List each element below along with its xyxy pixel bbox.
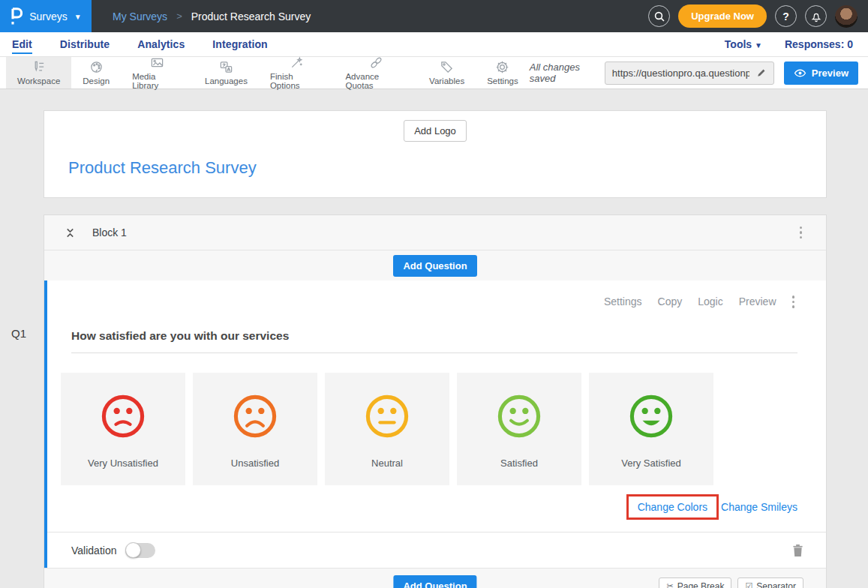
question-number-label: Q1 — [11, 327, 26, 340]
eye-icon — [794, 68, 806, 78]
top-navbar: Surveys ▼ My Surveys > Product Research … — [0, 0, 868, 32]
add-question-button-bottom[interactable]: Add Question — [393, 575, 476, 588]
page-break-button[interactable]: ✂ Page Break — [659, 578, 731, 588]
tool-workspace[interactable]: Workspace — [6, 57, 71, 88]
chevron-down-icon: ▼ — [755, 41, 762, 50]
change-colors-link[interactable]: Change Colors — [638, 501, 707, 513]
tool-design[interactable]: Design — [71, 57, 121, 88]
option-satisfied[interactable]: Satisfied — [457, 373, 581, 485]
tool-settings[interactable]: Settings — [476, 57, 530, 88]
survey-title[interactable]: Product Research Survey — [68, 158, 826, 178]
question-preview-link[interactable]: Preview — [739, 296, 776, 308]
question-text-underline — [71, 352, 797, 353]
nav-right: Tools ▼ Responses: 0 — [725, 38, 856, 50]
validation-row: Validation — [47, 532, 826, 568]
question-actions: Settings Copy Logic Preview — [61, 292, 797, 311]
change-smileys-link[interactable]: Change Smileys — [721, 501, 797, 513]
nav-tabs: Edit Distribute Analytics Integration — [12, 38, 268, 50]
breadcrumb: My Surveys > Product Research Survey — [113, 10, 311, 22]
upgrade-now-button[interactable]: Upgrade Now — [678, 4, 767, 28]
block-menu-button[interactable] — [797, 224, 806, 242]
survey-header-card: Add Logo Product Research Survey — [44, 110, 827, 198]
tools-dropdown[interactable]: Tools ▼ — [725, 38, 762, 50]
questionpro-logo-icon — [10, 8, 23, 26]
trash-icon — [792, 544, 803, 557]
question-text[interactable]: How satisfied are you with our services — [71, 329, 797, 343]
smiley-satisfied-icon — [495, 392, 543, 440]
tool-finish-options[interactable]: Finish Options — [259, 57, 335, 88]
tab-distribute[interactable]: Distribute — [60, 38, 110, 50]
validation-label: Validation — [71, 544, 116, 556]
topbar-actions: Upgrade Now ? — [648, 4, 868, 28]
question-wrapper: Q1 Settings Copy Logic Preview How satis… — [44, 280, 826, 568]
breadcrumb-current-survey: Product Research Survey — [191, 10, 311, 22]
smiley-very-unsatisfied-icon — [99, 392, 147, 440]
toolbar-right: All changes saved https://questionpro.qa… — [530, 57, 868, 88]
gear-icon — [495, 60, 509, 74]
smiley-very-satisfied-icon — [627, 392, 675, 440]
collapse-icon — [65, 226, 75, 239]
save-status-text: All changes saved — [530, 62, 595, 84]
tool-variables[interactable]: Variables — [418, 57, 476, 88]
image-icon — [150, 56, 164, 70]
edit-url-button[interactable] — [749, 68, 773, 78]
breadcrumb-separator: > — [176, 10, 182, 22]
workspace-icon — [32, 60, 46, 74]
notifications-button[interactable] — [805, 5, 827, 27]
add-question-button-top[interactable]: Add Question — [393, 255, 476, 277]
question-settings-link[interactable]: Settings — [604, 296, 642, 308]
tab-integration[interactable]: Integration — [212, 38, 267, 50]
validation-toggle[interactable] — [125, 543, 155, 558]
question-copy-link[interactable]: Copy — [658, 296, 683, 308]
block-title[interactable]: Block 1 — [92, 226, 127, 238]
bell-icon — [810, 10, 822, 22]
smiley-options: Very Unsatisfied Unsatisfied Neutral — [61, 373, 797, 485]
survey-url-input[interactable]: https://questionpro.qa.questionp — [605, 68, 749, 79]
tab-analytics[interactable]: Analytics — [137, 38, 185, 50]
question-logic-link[interactable]: Logic — [698, 296, 722, 308]
block-header: Block 1 — [44, 215, 826, 250]
annotation-highlight-box: Change Colors — [626, 494, 719, 520]
translate-icon — [219, 60, 233, 74]
smiley-neutral-icon — [363, 392, 411, 440]
block-card: Block 1 Add Question Q1 Settings Copy Lo… — [44, 214, 827, 588]
workspace-canvas: Add Logo Product Research Survey Block 1… — [0, 89, 868, 588]
option-neutral[interactable]: Neutral — [325, 373, 449, 485]
breadcrumb-my-surveys[interactable]: My Surveys — [113, 10, 167, 22]
wand-icon — [290, 56, 304, 70]
preview-button[interactable]: Preview — [784, 62, 858, 85]
block-footer: Add Question ✂ Page Break ☑ Separator — [44, 568, 826, 588]
tab-edit[interactable]: Edit — [12, 38, 32, 50]
section-nav: Edit Distribute Analytics Integration To… — [0, 32, 868, 57]
pencil-icon — [756, 68, 767, 78]
help-button[interactable]: ? — [775, 5, 797, 27]
tool-languages[interactable]: Languages — [194, 57, 259, 88]
tool-advance-quotas[interactable]: Advance Quotas — [334, 57, 418, 88]
responses-count[interactable]: Responses: 0 — [785, 38, 853, 50]
add-question-strip-top: Add Question — [44, 250, 826, 280]
scissors-icon: ✂ — [666, 581, 673, 588]
search-button[interactable] — [648, 5, 670, 27]
chain-icon — [369, 56, 383, 70]
question-card: Settings Copy Logic Preview How satisfie… — [44, 280, 826, 568]
search-icon — [653, 10, 665, 22]
option-very-satisfied[interactable]: Very Satisfied — [589, 373, 713, 485]
separator-button[interactable]: ☑ Separator — [737, 578, 803, 588]
option-unsatisfied[interactable]: Unsatisfied — [193, 373, 317, 485]
app-menu-label: Surveys — [29, 10, 68, 22]
collapse-block-button[interactable] — [65, 226, 75, 239]
tag-icon — [440, 60, 454, 74]
delete-question-button[interactable] — [792, 544, 803, 557]
checkbox-checked-icon: ☑ — [745, 581, 752, 588]
add-logo-button[interactable]: Add Logo — [404, 120, 467, 142]
smiley-links-row: Change Colors Change Smileys — [61, 494, 797, 520]
app-menu-surveys[interactable]: Surveys ▼ — [0, 0, 92, 32]
chevron-down-icon: ▼ — [74, 13, 82, 21]
user-avatar[interactable] — [835, 5, 857, 28]
tool-media-library[interactable]: Media Library — [121, 57, 194, 88]
question-menu-button[interactable] — [789, 292, 798, 311]
palette-icon — [89, 60, 104, 74]
option-very-unsatisfied[interactable]: Very Unsatisfied — [61, 373, 185, 485]
question-mark-icon: ? — [782, 10, 789, 22]
editor-toolbar: Workspace Design Media Library Languages… — [0, 57, 868, 89]
